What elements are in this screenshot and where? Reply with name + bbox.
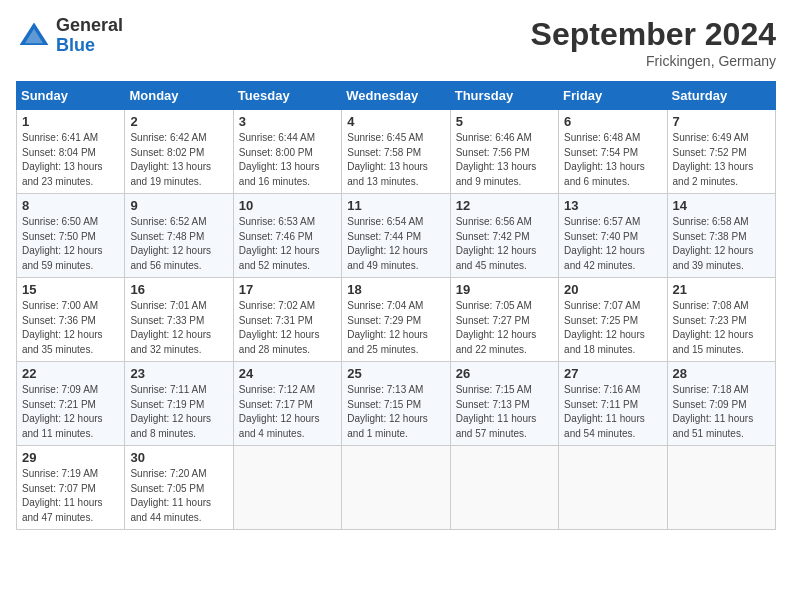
- col-sunday: Sunday: [17, 82, 125, 110]
- calendar-table: Sunday Monday Tuesday Wednesday Thursday…: [16, 81, 776, 530]
- page-header: General Blue September 2024 Frickingen, …: [16, 16, 776, 69]
- title-block: September 2024 Frickingen, Germany: [531, 16, 776, 69]
- calendar-cell-19: 19Sunrise: 7:05 AMSunset: 7:27 PMDayligh…: [450, 278, 558, 362]
- calendar-cell-empty: [233, 446, 341, 530]
- calendar-cell-7: 7Sunrise: 6:49 AMSunset: 7:52 PMDaylight…: [667, 110, 775, 194]
- calendar-cell-18: 18Sunrise: 7:04 AMSunset: 7:29 PMDayligh…: [342, 278, 450, 362]
- logo-general: General: [56, 15, 123, 35]
- calendar-cell-14: 14Sunrise: 6:58 AMSunset: 7:38 PMDayligh…: [667, 194, 775, 278]
- calendar-header: Sunday Monday Tuesday Wednesday Thursday…: [17, 82, 776, 110]
- calendar-cell-empty: [342, 446, 450, 530]
- calendar-cell-8: 8Sunrise: 6:50 AMSunset: 7:50 PMDaylight…: [17, 194, 125, 278]
- col-monday: Monday: [125, 82, 233, 110]
- calendar-cell-empty: [559, 446, 667, 530]
- col-tuesday: Tuesday: [233, 82, 341, 110]
- calendar-cell-11: 11Sunrise: 6:54 AMSunset: 7:44 PMDayligh…: [342, 194, 450, 278]
- logo-icon: [16, 18, 52, 54]
- calendar-cell-empty: [450, 446, 558, 530]
- calendar-cell-10: 10Sunrise: 6:53 AMSunset: 7:46 PMDayligh…: [233, 194, 341, 278]
- col-thursday: Thursday: [450, 82, 558, 110]
- logo-text: General Blue: [56, 16, 123, 56]
- month-title: September 2024: [531, 16, 776, 53]
- location: Frickingen, Germany: [531, 53, 776, 69]
- logo-blue: Blue: [56, 35, 95, 55]
- calendar-cell-12: 12Sunrise: 6:56 AMSunset: 7:42 PMDayligh…: [450, 194, 558, 278]
- col-saturday: Saturday: [667, 82, 775, 110]
- calendar-cell-2: 2Sunrise: 6:42 AMSunset: 8:02 PMDaylight…: [125, 110, 233, 194]
- calendar-cell-4: 4Sunrise: 6:45 AMSunset: 7:58 PMDaylight…: [342, 110, 450, 194]
- calendar-cell-30: 30Sunrise: 7:20 AMSunset: 7:05 PMDayligh…: [125, 446, 233, 530]
- calendar-cell-13: 13Sunrise: 6:57 AMSunset: 7:40 PMDayligh…: [559, 194, 667, 278]
- calendar-cell-3: 3Sunrise: 6:44 AMSunset: 8:00 PMDaylight…: [233, 110, 341, 194]
- calendar-cell-23: 23Sunrise: 7:11 AMSunset: 7:19 PMDayligh…: [125, 362, 233, 446]
- calendar-cell-empty: [667, 446, 775, 530]
- calendar-cell-26: 26Sunrise: 7:15 AMSunset: 7:13 PMDayligh…: [450, 362, 558, 446]
- calendar-cell-24: 24Sunrise: 7:12 AMSunset: 7:17 PMDayligh…: [233, 362, 341, 446]
- calendar-cell-1: 1Sunrise: 6:41 AMSunset: 8:04 PMDaylight…: [17, 110, 125, 194]
- calendar-cell-25: 25Sunrise: 7:13 AMSunset: 7:15 PMDayligh…: [342, 362, 450, 446]
- col-friday: Friday: [559, 82, 667, 110]
- calendar-cell-5: 5Sunrise: 6:46 AMSunset: 7:56 PMDaylight…: [450, 110, 558, 194]
- logo: General Blue: [16, 16, 123, 56]
- calendar-cell-29: 29Sunrise: 7:19 AMSunset: 7:07 PMDayligh…: [17, 446, 125, 530]
- calendar-cell-6: 6Sunrise: 6:48 AMSunset: 7:54 PMDaylight…: [559, 110, 667, 194]
- calendar-cell-16: 16Sunrise: 7:01 AMSunset: 7:33 PMDayligh…: [125, 278, 233, 362]
- calendar-cell-28: 28Sunrise: 7:18 AMSunset: 7:09 PMDayligh…: [667, 362, 775, 446]
- calendar-cell-9: 9Sunrise: 6:52 AMSunset: 7:48 PMDaylight…: [125, 194, 233, 278]
- calendar-cell-20: 20Sunrise: 7:07 AMSunset: 7:25 PMDayligh…: [559, 278, 667, 362]
- col-wednesday: Wednesday: [342, 82, 450, 110]
- calendar-cell-21: 21Sunrise: 7:08 AMSunset: 7:23 PMDayligh…: [667, 278, 775, 362]
- calendar-body: 1Sunrise: 6:41 AMSunset: 8:04 PMDaylight…: [17, 110, 776, 530]
- calendar-cell-22: 22Sunrise: 7:09 AMSunset: 7:21 PMDayligh…: [17, 362, 125, 446]
- calendar-cell-27: 27Sunrise: 7:16 AMSunset: 7:11 PMDayligh…: [559, 362, 667, 446]
- calendar-cell-17: 17Sunrise: 7:02 AMSunset: 7:31 PMDayligh…: [233, 278, 341, 362]
- calendar-cell-15: 15Sunrise: 7:00 AMSunset: 7:36 PMDayligh…: [17, 278, 125, 362]
